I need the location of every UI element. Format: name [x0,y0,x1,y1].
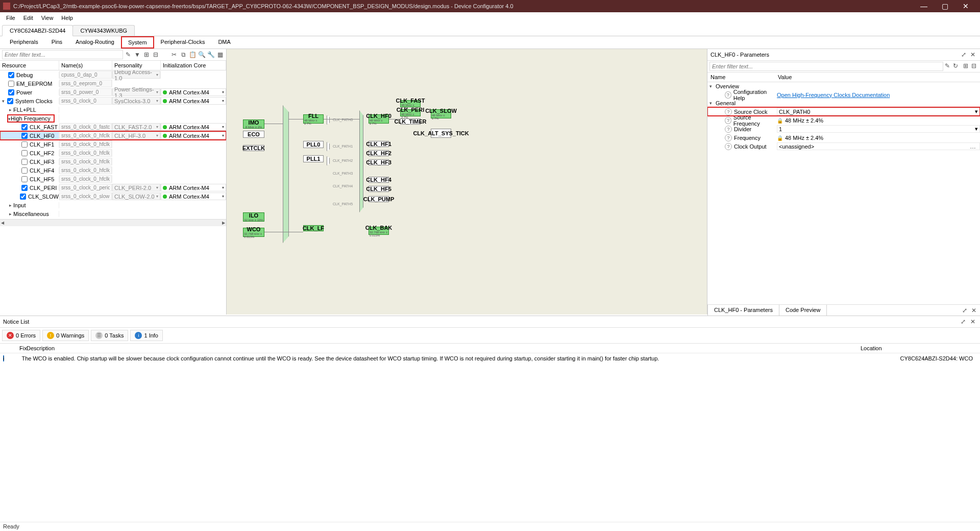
restore-icon[interactable]: ⤢ [959,318,967,326]
expand-all-icon[interactable]: ⊞ [142,51,151,59]
help-icon[interactable]: ? [725,117,731,124]
tree-row-clkhf4[interactable]: CLK_HF4 [0,166,226,175]
name-clkhf4[interactable] [59,166,112,174]
checkbox-clkslow[interactable] [20,194,26,200]
device-tab-1[interactable]: CYW4343WKUBG [72,25,135,36]
rb-tab-parameters[interactable]: CLK_HF0 - Parameters [707,305,779,316]
name-clkhf1[interactable] [59,140,112,148]
name-emeeprom[interactable] [59,80,112,87]
search-icon[interactable]: 🔍 [198,51,206,59]
paste-icon[interactable]: 📋 [188,51,197,59]
expand-fllpll[interactable]: ▸ [7,107,13,112]
menu-edit[interactable]: Edit [19,13,37,22]
tree-row-clkhf0[interactable]: CLK_HF0 CLK_HF-3.0▾ ARM Cortex-M4▾ [0,131,226,140]
pers-clkhf0[interactable]: CLK_HF-3.0▾ [112,132,160,139]
expand-sysclk[interactable]: ▾ [0,99,6,104]
name-clkhf5[interactable] [59,175,112,183]
tab-dma[interactable]: DMA [211,36,237,49]
tasks-filter-button[interactable]: ☰0 Tasks [91,330,128,341]
help-icon[interactable]: ? [725,126,732,133]
tree-row-clkhf1[interactable]: CLK_HF1 [0,140,226,149]
expand-all-icon[interactable]: ⊞ [962,62,970,70]
reset-icon[interactable]: ↻ [951,62,960,70]
name-clkslow[interactable] [59,192,112,200]
tree-row-fllpll[interactable]: ▸FLL+PLL [0,105,226,114]
maximize-button[interactable]: ▢ [938,2,952,10]
tree-row-highfreq[interactable]: ▾High Frequency [0,114,226,123]
checkbox-clkhf3[interactable] [21,159,28,165]
notice-row[interactable]: i The WCO is enabled. Chip startup will … [0,353,980,364]
checkbox-clkperi[interactable] [21,185,28,191]
minimize-button[interactable]: — [916,2,932,10]
checkbox-power[interactable] [8,89,14,95]
pencil-icon[interactable]: ✎ [124,51,132,59]
checkbox-clkhf5[interactable] [21,176,28,182]
tree-row-emeeprom[interactable]: EM_EEPROM [0,79,226,88]
resource-filter-input[interactable] [2,50,123,59]
close-panel-icon[interactable]: ✕ [969,318,977,326]
init-power[interactable]: ARM Cortex-M4▾ [161,88,226,96]
tree-row-clkfast[interactable]: CLK_FAST CLK_FAST-2.0▾ ARM Cortex-M4▾ [0,123,226,131]
checkbox-debug[interactable] [8,72,14,78]
cut-icon[interactable]: ✂ [170,51,178,59]
restore-icon[interactable]: ⤢ [960,51,968,59]
tree-row-clkhf2[interactable]: CLK_HF2 [0,149,226,157]
help-icon[interactable]: ? [725,134,732,141]
tree-row-power[interactable]: Power Power Settings-1.3▾ ARM Cortex-M4▾ [0,88,226,96]
restore-icon[interactable]: ⤢ [961,306,969,315]
help-icon[interactable]: ? [725,91,731,99]
tree-row-clkslow[interactable]: CLK_SLOW CLK_SLOW-2.0▾ ARM Cortex-M4▾ [0,192,226,201]
tab-peripherals[interactable]: Peripherals [3,36,45,49]
expand-input[interactable]: ▸ [7,203,13,208]
wrench-icon[interactable]: 🔧 [207,51,215,59]
pencil-icon[interactable]: ✎ [943,62,951,70]
menu-file[interactable]: File [2,13,19,22]
tab-pins[interactable]: Pins [45,36,69,49]
errors-filter-button[interactable]: ✕0 Errors [2,330,40,341]
tree-row-input[interactable]: ▸Input [0,201,226,209]
help-icon[interactable]: ? [725,143,732,150]
clock-output-dropdown[interactable]: <unassigned>… [777,142,980,150]
init-clkhf0[interactable]: ARM Cortex-M4▾ [161,132,226,139]
warnings-filter-button[interactable]: !0 Warnings [42,330,89,341]
menu-view[interactable]: View [37,13,58,22]
close-button[interactable]: ✕ [959,2,973,10]
clock-diagram[interactable]: IMO8 MHz ± 2% ECO EXTCLK ILO32 kHz ± 10%… [227,49,707,315]
checkbox-clkfast[interactable] [21,124,28,130]
infos-filter-button[interactable]: i1 Info [130,330,163,341]
tree-row-misc[interactable]: ▸Miscellaneous [0,209,226,218]
pers-clkslow[interactable]: CLK_SLOW-2.0▾ [112,192,160,200]
filter-icon[interactable]: ▼ [133,51,141,59]
tree-row-sysclk[interactable]: ▾System Clocks SysClocks-3.0▾ ARM Cortex… [0,96,226,105]
checkbox-clkhf1[interactable] [21,141,28,148]
copy-icon[interactable]: ⧉ [179,51,187,59]
divider-dropdown[interactable]: 1▾ [777,125,980,133]
tree-row-clkhf5[interactable]: CLK_HF5 [0,175,226,183]
pers-clkfast[interactable]: CLK_FAST-2.0▾ [112,123,160,131]
cfg-help-link[interactable]: Open High-Frequency Clocks Documentation [777,92,890,98]
pers-sysclk[interactable]: SysClocks-3.0▾ [112,97,160,105]
tab-system[interactable]: System [121,36,154,49]
checkbox-emeeprom[interactable] [8,81,14,87]
pers-power[interactable]: Power Settings-1.3▾ [112,88,160,96]
name-clkhf0[interactable] [59,132,112,139]
device-tab-0[interactable]: CY8C624ABZI-S2D44 [2,25,73,36]
init-clkfast[interactable]: ARM Cortex-M4▾ [161,123,226,131]
collapse-all-icon[interactable]: ⊟ [970,62,978,70]
tree-row-clkperi[interactable]: CLK_PERI CLK_PERI-2.0▾ ARM Cortex-M4▾ [0,183,226,192]
tab-analog-routing[interactable]: Analog-Routing [69,36,121,49]
rb-tab-code-preview[interactable]: Code Preview [779,305,827,316]
name-clkhf3[interactable] [59,158,112,165]
close-panel-icon[interactable]: ✕ [969,51,977,59]
pers-debug[interactable]: Debug Access-1.0▾ [112,71,160,79]
param-filter-input[interactable] [709,62,943,71]
checkbox-clkhf2[interactable] [21,150,28,156]
close-panel-icon[interactable]: ✕ [970,306,978,315]
name-power[interactable] [59,88,112,96]
expand-misc[interactable]: ▸ [7,211,13,216]
name-clkhf2[interactable] [59,149,112,157]
init-clkperi[interactable]: ARM Cortex-M4▾ [161,184,226,191]
tree-row-clkhf3[interactable]: CLK_HF3 [0,157,226,166]
name-clkfast[interactable] [59,123,112,131]
source-clock-dropdown[interactable]: CLK_PATH0▾ [777,108,980,115]
